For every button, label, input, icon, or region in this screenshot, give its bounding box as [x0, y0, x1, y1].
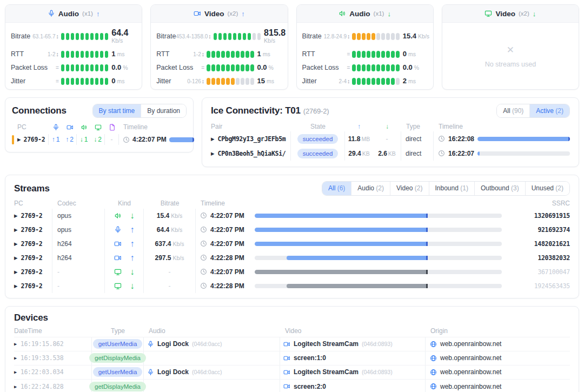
updown-icon: ↕: [56, 33, 59, 39]
bar-segment-green: [105, 64, 109, 71]
bar-segment-green: [76, 64, 79, 71]
stat-row-jitter: Jitter=0ms: [11, 76, 136, 87]
expand-toggle-icon[interactable]: ▶: [14, 356, 17, 361]
bar-segment-green: [214, 33, 217, 40]
bar-segment-green: [352, 51, 356, 58]
direction-down-icon: ↓: [533, 10, 536, 18]
streams-filter-unused[interactable]: Unused (2): [525, 182, 569, 195]
ice-filter-all[interactable]: All (90): [497, 104, 529, 117]
type-badge: getDisplayMedia: [89, 382, 146, 391]
streams-filter-all[interactable]: All (6): [322, 182, 351, 195]
updown-icon: ↕: [347, 33, 350, 39]
pc-id: 2769-2: [21, 212, 43, 220]
streams-table-head: PCCodecKindBitrateTimelineSSRC: [14, 198, 570, 209]
bar-segment-gray: [381, 33, 385, 40]
streams-filter-video[interactable]: Video (2): [390, 182, 428, 195]
connections-sort-by-start-time[interactable]: By start time: [93, 104, 141, 117]
bar-segment-green: [376, 78, 380, 85]
expand-toggle-icon[interactable]: ▶: [14, 228, 18, 232]
stat-value: 0ms: [111, 77, 136, 85]
timeline-bar: [255, 284, 502, 288]
col-header-camera: [63, 124, 77, 131]
clock-icon: [123, 136, 130, 143]
streams-filter-audio[interactable]: Audio (2): [351, 182, 390, 195]
media-card-count: (x1): [374, 10, 384, 17]
origin-url: web.openrainbow.net: [440, 383, 501, 390]
media-card-title: Video: [495, 10, 515, 18]
range-text: 0-126: [187, 78, 201, 84]
media-card-count: (x2): [519, 10, 529, 17]
bar-segment-orange: [216, 78, 220, 85]
pair-id: CP0n3Beoh5_hQiaKSi/: [218, 150, 286, 157]
expand-toggle-icon[interactable]: ▶: [14, 384, 17, 389]
arrow-up-icon: ↑: [130, 253, 135, 263]
col-header-pc: PC: [14, 200, 52, 207]
connections-sort-by-duration[interactable]: By duration: [141, 104, 186, 117]
stream-pc: ▶2769-2: [14, 209, 52, 223]
expand-toggle-icon[interactable]: ▶: [14, 284, 18, 289]
expand-toggle-icon[interactable]: ▶: [14, 242, 18, 247]
empty-text: No streams used: [485, 61, 536, 68]
expand-toggle-icon[interactable]: ▶: [14, 214, 18, 218]
globe-icon: [430, 355, 437, 362]
stream-kind: ↑: [105, 237, 144, 251]
stat-row-packet-loss: Packet Loss=0.0%: [11, 62, 136, 73]
bar-segment-green: [357, 64, 361, 71]
ice-filter-active[interactable]: Active (2): [529, 104, 569, 117]
expand-toggle-icon[interactable]: ▶: [14, 256, 18, 261]
expand-toggle-icon[interactable]: ▶: [14, 342, 17, 347]
col-header-type: Type: [92, 327, 144, 335]
filter-label: Unused: [532, 184, 554, 192]
col-header-audio: Audio: [144, 327, 280, 335]
streams-filter-outbound[interactable]: Outbound (3): [474, 182, 525, 195]
bar-segment-green: [396, 51, 400, 58]
expand-toggle-icon[interactable]: ▶: [211, 151, 215, 156]
stream-timeline: 4:22:28 PM: [196, 279, 509, 293]
bar-segment-green: [226, 64, 230, 71]
bar-segment-green: [81, 78, 84, 85]
bitrate-unit: Kb/s: [171, 212, 182, 219]
monitor-icon: [114, 282, 122, 290]
ice-pair-row: ▶CP0n3Beoh5_hQiaKSi/succeeded29.4KB2.6KB…: [211, 146, 570, 161]
expand-toggle-icon[interactable]: ▶: [211, 137, 215, 142]
media-card-header: Audio(x1)↓: [297, 5, 433, 23]
origin-url: web.openrainbow.net: [440, 368, 501, 376]
col-header-state: State: [291, 123, 345, 130]
stream-count-cell: ↑1: [49, 134, 63, 145]
stat-unit: %: [414, 65, 419, 71]
streams-filter-group: All (6)Audio (2)Video (2)Inbound (1)Outb…: [322, 181, 570, 195]
expand-toggle-icon[interactable]: ▶: [14, 270, 18, 275]
bar-segment-green: [250, 64, 254, 71]
stat-unit: ms: [117, 51, 124, 57]
expand-toggle-icon[interactable]: ▶: [17, 137, 21, 142]
stream-bitrate: 297.5Kb/s: [144, 251, 196, 265]
ice-header: Ice Connectivity: T01(2769-2) All (90)Ac…: [211, 104, 570, 118]
audio-device-id: (046d:0acc): [192, 341, 222, 347]
pair-timeline: 16:22:07: [434, 146, 570, 161]
updown-icon: ↕: [202, 78, 204, 84]
streams-filter-inbound[interactable]: Inbound (1): [429, 182, 474, 195]
expand-toggle-icon[interactable]: ▶: [14, 370, 17, 375]
bar-segment-green: [66, 51, 70, 58]
bar-segment-green: [371, 51, 375, 58]
range-text: 2-4: [339, 78, 347, 84]
stream-start-time: 4:22:28 PM: [210, 254, 251, 262]
globe-icon: [430, 341, 437, 348]
stat-unit: %: [123, 65, 128, 71]
pc-id: 2769-2: [24, 136, 45, 143]
bar-segment-green: [386, 78, 390, 85]
bytes-value: 11.8: [348, 135, 361, 143]
stat-label: Packet Loss: [302, 64, 339, 71]
ice-subtitle: (2769-2): [303, 107, 329, 115]
bar-segment-green: [81, 64, 84, 71]
bar-segment-green: [95, 64, 99, 71]
stat-number: 2: [403, 77, 407, 85]
stream-kind: ↓: [105, 209, 144, 223]
ice-panel: Ice Connectivity: T01(2769-2) All (90)Ac…: [202, 97, 579, 167]
bar-segment-green: [238, 33, 242, 40]
clock-icon: [200, 212, 207, 219]
device-type: getUserMedia: [92, 337, 144, 351]
stream-start-time: 4:22:07 PM: [210, 240, 251, 248]
bar-segment-green: [61, 78, 65, 85]
clock-icon: [200, 282, 207, 289]
